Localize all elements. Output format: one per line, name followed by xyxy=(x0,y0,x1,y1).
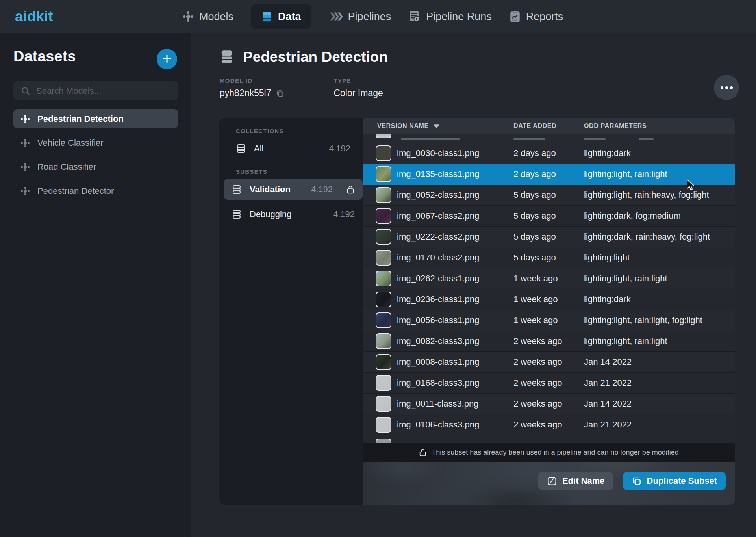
column-header-version-name[interactable]: VERSION NAME xyxy=(377,123,513,130)
model-id-label: MODEL ID xyxy=(220,77,284,84)
row-thumbnail xyxy=(376,166,391,182)
table-row[interactable]: img_0082-class3.png 2 weeks ago lighting… xyxy=(363,331,735,352)
row-version-name: img_0236-class1.png xyxy=(397,294,513,305)
subset-item-debugging[interactable]: Debugging 4.192 xyxy=(224,204,363,225)
row-odd-parameters: Jan 21 2022 xyxy=(584,378,735,388)
row-thumbnail xyxy=(376,417,391,433)
row-date-added: 1 week ago xyxy=(513,315,584,325)
row-date-added: 2 weeks ago xyxy=(513,420,584,430)
subset-item-validation[interactable]: Validation 4.192 xyxy=(224,179,363,200)
type-label: TYPE xyxy=(334,77,383,84)
sidebar-item-pedestrian-detection[interactable]: Pedestrian Detection xyxy=(13,109,178,128)
row-thumbnail xyxy=(376,292,391,307)
collection-label: All xyxy=(254,143,263,154)
top-nav: aidkit Models Data Pipelines Pipeline Ru… xyxy=(0,0,756,33)
nav-tab-label: Models xyxy=(199,11,233,23)
edit-icon xyxy=(547,476,557,486)
table-row[interactable]: img_0262-class1.png 1 week ago lighting:… xyxy=(363,268,735,289)
row-thumbnail xyxy=(376,354,391,370)
row-thumbnail xyxy=(376,250,391,266)
row-date-added: 5 days ago xyxy=(513,232,584,242)
dataset-node-icon xyxy=(20,162,30,172)
ellipsis-icon xyxy=(721,86,723,89)
row-odd-parameters: lighting:dark xyxy=(584,294,735,305)
add-dataset-button[interactable] xyxy=(157,49,177,69)
nav-tab-models[interactable]: Models xyxy=(182,4,233,29)
table-row-partial-bottom xyxy=(363,435,735,443)
data-icon xyxy=(261,11,273,22)
app-logo[interactable]: aidkit xyxy=(15,8,53,25)
dataset-node-icon xyxy=(20,138,30,148)
copy-icon[interactable] xyxy=(276,89,284,98)
table-row[interactable]: img_0011-class3.png 2 weeks ago Jan 14 2… xyxy=(363,394,735,414)
row-version-name: img_0170-class2.png xyxy=(397,253,513,263)
edit-name-button[interactable]: Edit Name xyxy=(538,472,613,490)
row-odd-parameters: Jan 14 2022 xyxy=(584,357,735,367)
collection-item-all[interactable]: All 4.192 xyxy=(236,140,350,157)
row-version-name: img_0168-class3.png xyxy=(397,378,513,388)
sidebar-title: Datasets xyxy=(13,48,178,65)
row-odd-parameters: lighting:light, rain:heavy, fog:light xyxy=(584,190,735,200)
nav-tab-label: Data xyxy=(278,11,301,23)
table-row[interactable]: img_0106-class3.png 2 weeks ago Jan 21 2… xyxy=(363,414,735,435)
table-row[interactable]: img_0052-class1.png 5 days ago lighting:… xyxy=(363,185,735,206)
sidebar-item-road-classifier[interactable]: Road Classifier xyxy=(13,157,178,177)
plus-icon xyxy=(162,50,172,69)
nav-tab-pipeline-runs[interactable]: Pipeline Runs xyxy=(408,4,492,29)
search-box xyxy=(13,81,178,100)
lock-notice-text: This subset has already been used in a p… xyxy=(432,448,678,457)
collections-section-label: COLLECTIONS xyxy=(236,128,350,134)
row-version-name: img_0056-class1.png xyxy=(397,315,513,325)
sort-caret-icon xyxy=(434,124,439,128)
nav-tab-label: Reports xyxy=(526,11,563,23)
search-icon xyxy=(20,86,31,96)
datasets-sidebar: Datasets Pedestrian Detection Vehicle Cl… xyxy=(0,33,191,537)
table-row[interactable]: img_0236-class1.png 1 week ago lighting:… xyxy=(363,289,735,310)
subset-list: Validation 4.192 Debugging 4.192 xyxy=(236,179,350,225)
panel-footer: Edit Name Duplicate Subset xyxy=(363,462,735,505)
subsets-section-label: SUBSETS xyxy=(236,168,350,175)
column-header-odd-parameters[interactable]: ODD PARAMETERS xyxy=(584,123,735,130)
row-thumbnail xyxy=(376,333,391,349)
reports-icon xyxy=(509,10,521,23)
column-header-date-added[interactable]: DATE ADDED xyxy=(513,123,584,130)
nav-tab-reports[interactable]: Reports xyxy=(509,4,563,29)
lock-icon xyxy=(346,185,355,194)
stack-icon xyxy=(232,209,242,219)
lock-notice-bar: This subset has already been used in a p… xyxy=(363,443,735,462)
collections-column: COLLECTIONS All 4.192 SUBSETS Validation… xyxy=(219,118,363,505)
nav-tab-data[interactable]: Data xyxy=(251,4,311,29)
row-thumbnail xyxy=(376,229,391,245)
row-date-added: 1 week ago xyxy=(513,273,584,284)
duplicate-icon xyxy=(632,476,642,486)
model-id-group: MODEL ID pyh82nk55l7 xyxy=(220,77,284,98)
pipeline-runs-icon xyxy=(408,10,421,23)
lock-icon xyxy=(419,448,426,457)
row-version-name: img_0135-class1.png xyxy=(397,169,513,179)
table-row[interactable]: img_0222-class2.png 5 days ago lighting:… xyxy=(363,227,735,247)
row-date-added: 2 weeks ago xyxy=(513,336,584,346)
row-thumbnail xyxy=(376,187,391,203)
row-odd-parameters: lighting:light xyxy=(584,253,735,263)
table-row[interactable]: img_0170-class2.png 5 days ago lighting:… xyxy=(363,247,735,268)
row-odd-parameters: lighting:light, rain:light xyxy=(584,169,735,179)
model-id-value: pyh82nk55l7 xyxy=(220,88,271,98)
sidebar-item-vehicle-classifier[interactable]: Vehicle Classifier xyxy=(13,133,178,152)
row-date-added: 5 days ago xyxy=(513,190,584,200)
row-thumbnail xyxy=(376,439,391,443)
more-options-button[interactable] xyxy=(714,75,739,100)
table-row[interactable]: img_0168-class3.png 2 weeks ago Jan 21 2… xyxy=(363,373,735,394)
search-input[interactable] xyxy=(36,86,171,96)
row-odd-parameters: lighting:dark xyxy=(584,148,735,158)
row-thumbnail xyxy=(376,208,391,224)
nav-tab-pipelines[interactable]: Pipelines xyxy=(329,4,391,29)
row-odd-parameters: Jan 14 2022 xyxy=(584,399,735,409)
table-row[interactable]: img_0135-class1.png 2 days ago lighting:… xyxy=(363,164,735,185)
table-row[interactable]: img_0067-class2.png 5 days ago lighting:… xyxy=(363,206,735,227)
row-version-name: img_0067-class2.png xyxy=(397,211,513,221)
table-row[interactable]: img_0008-class1.png 2 weeks ago Jan 14 2… xyxy=(363,352,735,373)
table-row[interactable]: img_0030-class1.png 2 days ago lighting:… xyxy=(363,143,735,164)
table-row[interactable]: img_0056-class1.png 1 week ago lighting:… xyxy=(363,310,735,331)
sidebar-item-pedestrian-detector[interactable]: Pedestrian Detector xyxy=(13,181,178,201)
duplicate-subset-button[interactable]: Duplicate Subset xyxy=(623,472,726,490)
